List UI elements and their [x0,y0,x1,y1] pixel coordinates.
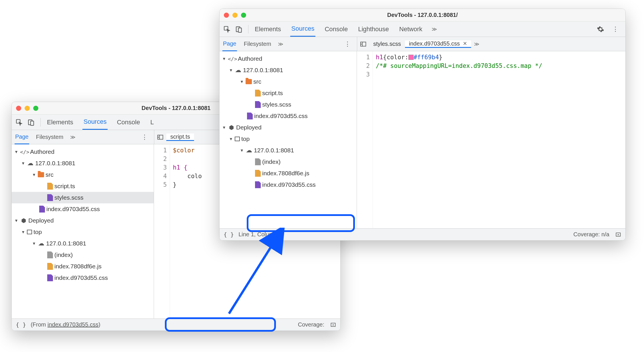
css-file-icon [255,181,261,188]
minimize-window-icon[interactable] [232,13,238,18]
tab-lighthouse[interactable]: Lighthouse [357,22,390,36]
tree-file-indexcss[interactable]: index.d9703d55.css [12,203,154,215]
code-icon [228,55,236,62]
tree-file-stylesscss[interactable]: styles.scss [12,192,154,203]
cloud-icon [246,147,252,154]
line-gutter: 12345 [154,144,170,318]
source-from-link[interactable]: index.d9703d55.css [48,321,98,328]
tab-more[interactable]: L [149,115,155,129]
more-subtabs-icon[interactable]: ≫ [70,134,76,140]
tree-top[interactable]: ▼top [12,226,154,238]
sidebar-menu-icon[interactable]: ⋮ [341,40,354,48]
tree-file-indexjs[interactable]: index.7808df6e.js [12,261,154,272]
pretty-print-icon[interactable]: { } [224,231,234,238]
file-tab-indexcss[interactable]: index.d9703d55.css ✕ [405,40,471,48]
css-file-icon [39,206,45,213]
frame-icon [235,137,240,141]
tab-network[interactable]: Network [398,22,424,36]
inspect-icon[interactable] [223,25,231,33]
color-swatch-icon[interactable] [408,55,414,60]
cursor-position: Line 1, Column 1 [238,231,282,238]
subtab-filesystem[interactable]: Filesystem [35,130,64,144]
main-menu-icon[interactable]: ⋮ [609,25,622,33]
tree-deployed[interactable]: ▼Deployed [12,215,154,226]
navigator-sidebar: ▼Authored ▼127.0.0.1:8081 ▼src script.ts… [12,144,154,318]
tree-file-indexcss[interactable]: index.d9703d55.css [220,110,357,122]
tree-deployed[interactable]: ▼Deployed [220,122,357,133]
show-drawer-icon[interactable] [330,322,336,328]
inspect-icon[interactable] [15,118,23,126]
more-subtabs-icon[interactable]: ≫ [278,41,283,47]
tree-authored[interactable]: ▼Authored [12,146,154,158]
ts-file-icon [255,90,261,97]
svg-rect-8 [238,28,242,32]
tree-host-deployed[interactable]: ▼127.0.0.1:8081 [12,238,154,249]
file-tab-label: styles.scss [373,41,401,47]
tab-console[interactable]: Console [323,22,349,36]
folder-icon [246,79,252,84]
more-tabs-icon[interactable]: ≫ [432,26,437,32]
source-from-label: (From index.d9703d55.css) [31,321,100,328]
close-tab-icon[interactable]: ✕ [463,40,467,47]
tree-host-deployed[interactable]: ▼127.0.0.1:8081 [220,145,357,156]
show-drawer-icon[interactable] [615,232,621,237]
file-tab-scriptts[interactable]: script.ts [166,133,194,141]
panel-tabs: Elements Sources Console Lighthouse Netw… [254,21,437,37]
close-window-icon[interactable] [16,106,21,111]
tree-host[interactable]: ▼127.0.0.1:8081 [12,158,154,169]
toggle-navigator-icon[interactable] [154,134,166,140]
maximize-window-icon[interactable] [241,13,246,18]
tree-top[interactable]: ▼top [220,133,357,145]
css-file-icon [47,274,53,281]
tab-sources[interactable]: Sources [290,21,316,37]
sources-subbar: Page Filesystem ≫ ⋮ styles.scss index.d9… [220,37,625,51]
tree-file-index[interactable]: (index) [220,156,357,168]
scss-file-icon [47,194,53,201]
devtools-window-front: DevTools - 127.0.0.1:8081/ Elements Sour… [219,9,626,241]
toggle-navigator-icon[interactable] [357,41,369,47]
subtab-filesystem[interactable]: Filesystem [243,37,272,51]
folder-icon [38,172,44,177]
tree-file-scriptts[interactable]: script.ts [12,180,154,192]
code-editor[interactable]: 123 h1{color:#ff69b4} /*# sourceMappingU… [357,51,625,228]
package-icon [20,217,27,224]
tree-file-indexjs[interactable]: index.7808df6e.js [220,168,357,179]
tree-authored[interactable]: ▼Authored [220,53,357,64]
file-tab-stylesscss[interactable]: styles.scss [369,41,405,47]
svg-rect-2 [31,121,34,125]
status-bar: { } Line 1, Column 1 Coverage: n/a [220,228,625,240]
panel-tabs: Elements Sources Console L [46,115,155,130]
line-gutter: 123 [357,51,373,228]
maximize-window-icon[interactable] [33,106,38,111]
tree-file-stylesscss[interactable]: styles.scss [220,99,357,110]
subtab-page[interactable]: Page [222,37,237,51]
tree-file-scriptts[interactable]: script.ts [220,87,357,99]
file-tab-label: script.ts [170,133,190,140]
tree-src[interactable]: ▼src [220,76,357,87]
settings-icon[interactable] [597,25,604,33]
status-bar: { } (From index.d9703d55.css) Coverage: [12,318,340,331]
file-tab-label: index.d9703d55.css [409,40,460,47]
device-toggle-icon[interactable] [235,25,243,33]
minimize-window-icon[interactable] [25,106,30,111]
tab-sources[interactable]: Sources [82,115,108,130]
tree-src[interactable]: ▼src [12,169,154,180]
sidebar-menu-icon[interactable]: ⋮ [138,133,151,141]
frame-icon [27,230,32,234]
tree-file-index[interactable]: (index) [12,249,154,261]
tab-elements[interactable]: Elements [254,22,282,36]
subtab-page[interactable]: Page [15,130,29,144]
doc-file-icon [47,251,53,258]
window-title: DevTools - 127.0.0.1:8081/ [220,12,625,18]
pretty-print-icon[interactable]: { } [16,321,26,328]
css-file-icon [247,113,253,119]
device-toggle-icon[interactable] [27,118,35,126]
tree-file-indexcss2[interactable]: index.d9703d55.css [12,272,154,284]
tab-console[interactable]: Console [116,115,141,129]
tab-elements[interactable]: Elements [46,115,74,129]
more-filetabs-icon[interactable]: ≫ [471,41,482,47]
tree-host[interactable]: ▼127.0.0.1:8081 [220,64,357,76]
content-area: ▼Authored ▼127.0.0.1:8081 ▼src script.ts… [220,51,625,228]
tree-file-indexcss2[interactable]: index.d9703d55.css [220,179,357,190]
close-window-icon[interactable] [224,13,229,18]
